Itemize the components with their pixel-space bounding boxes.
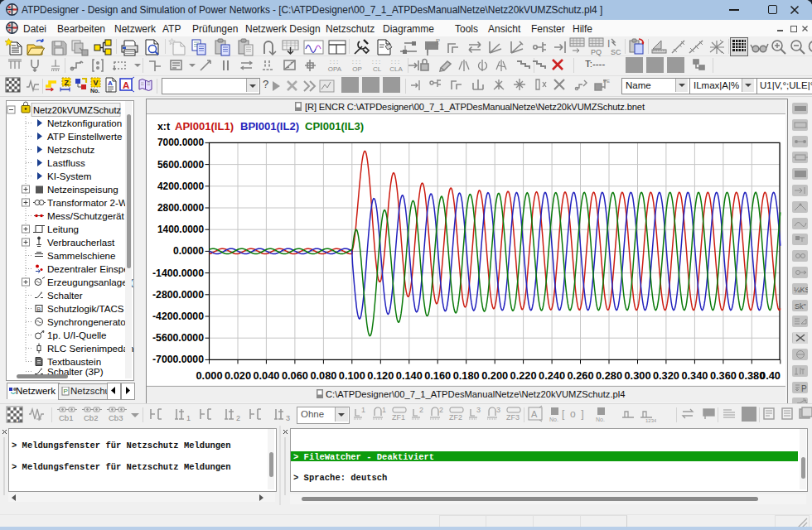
svg-text:0.220: 0.220 bbox=[510, 369, 537, 382]
svg-text:-7000.0000: -7000.0000 bbox=[152, 353, 204, 365]
svg-text:0.040: 0.040 bbox=[253, 369, 279, 382]
svg-text:2: 2 bbox=[439, 406, 443, 414]
svg-text:API001(IL1): API001(IL1) bbox=[175, 120, 234, 132]
svg-text:Sk": Sk" bbox=[795, 302, 806, 311]
svg-text:1234: 1234 bbox=[645, 418, 656, 423]
svg-text:1: 1 bbox=[361, 406, 365, 414]
svg-text:1400.0000: 1400.0000 bbox=[157, 223, 204, 235]
svg-text:BPI001(IL2): BPI001(IL2) bbox=[240, 120, 299, 132]
svg-text:-4200.0000: -4200.0000 bbox=[152, 310, 204, 322]
svg-text:2: 2 bbox=[419, 406, 423, 414]
svg-text:-5600.0000: -5600.0000 bbox=[152, 331, 204, 344]
svg-text:0.060: 0.060 bbox=[282, 369, 308, 382]
svg-text:3: 3 bbox=[476, 406, 481, 414]
svg-text:No.: No. bbox=[549, 417, 558, 422]
svg-text:5600.0000: 5600.0000 bbox=[157, 158, 204, 171]
svg-text:0.240: 0.240 bbox=[539, 369, 565, 382]
svg-text:0.320: 0.320 bbox=[653, 369, 679, 382]
svg-text:0.300: 0.300 bbox=[625, 369, 651, 382]
svg-text:CPI001(IL3): CPI001(IL3) bbox=[305, 120, 364, 132]
svg-text:4200.0000: 4200.0000 bbox=[157, 180, 204, 192]
svg-text:ZF2: ZF2 bbox=[449, 413, 462, 422]
svg-text:No.: No. bbox=[596, 417, 605, 422]
svg-text:0.340: 0.340 bbox=[681, 369, 708, 382]
svg-text:0.40: 0.40 bbox=[760, 369, 781, 382]
svg-text:0.080: 0.080 bbox=[310, 369, 336, 382]
svg-text:0.360: 0.360 bbox=[710, 369, 737, 382]
svg-text:1: 1 bbox=[382, 406, 386, 414]
svg-text:ZF1: ZF1 bbox=[392, 413, 405, 422]
svg-text:0.0000: 0.0000 bbox=[173, 244, 204, 257]
svg-text:0.160: 0.160 bbox=[424, 369, 451, 382]
svg-text:A: A bbox=[531, 409, 538, 419]
svg-text:x:t: x:t bbox=[157, 120, 171, 132]
svg-text:¼KS: ¼KS bbox=[794, 286, 808, 294]
svg-text:0.100: 0.100 bbox=[339, 369, 365, 382]
svg-text:-2800.0000: -2800.0000 bbox=[152, 288, 204, 301]
svg-text:0.280: 0.280 bbox=[596, 369, 622, 382]
svg-text:0.000: 0.000 bbox=[196, 369, 223, 382]
svg-text:0.200: 0.200 bbox=[481, 369, 508, 382]
svg-text:0.260: 0.260 bbox=[568, 369, 594, 382]
svg-text:0.140: 0.140 bbox=[396, 369, 423, 382]
svg-text:7000.0000: 7000.0000 bbox=[157, 136, 204, 148]
svg-text:0.120: 0.120 bbox=[367, 369, 394, 382]
svg-text:2800.0000: 2800.0000 bbox=[157, 201, 204, 214]
svg-text:0.020: 0.020 bbox=[225, 369, 251, 382]
svg-text:ZF3: ZF3 bbox=[506, 413, 520, 422]
svg-text:-1400.0000: -1400.0000 bbox=[152, 267, 204, 279]
svg-text:3: 3 bbox=[496, 406, 500, 414]
svg-text:0.180: 0.180 bbox=[453, 369, 480, 382]
svg-text:1: 1 bbox=[17, 417, 21, 424]
svg-text:P: P bbox=[801, 384, 807, 393]
